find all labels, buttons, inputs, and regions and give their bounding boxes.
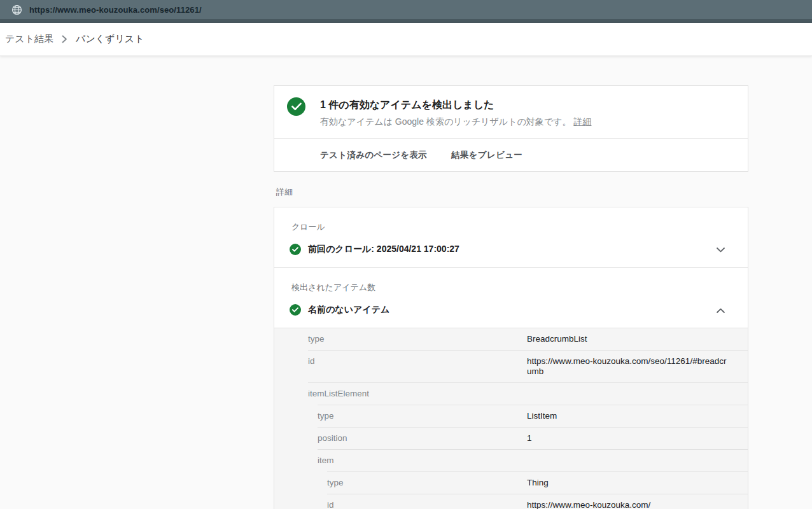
- detected-items-label: 検出されたアイテム数: [274, 282, 748, 293]
- property-key: id: [308, 356, 527, 377]
- property-row: idhttps://www.meo-kouzouka.com/: [327, 494, 748, 509]
- property-key: item: [318, 456, 527, 466]
- result-summary-main: 1 件の有効なアイテムを検出しました 有効なアイテムは Google 検索のリッ…: [274, 86, 748, 138]
- crawl-section-label: クロール: [274, 221, 748, 233]
- property-value: [527, 456, 748, 466]
- result-texts: 1 件の有効なアイテムを検出しました 有効なアイテムは Google 検索のリッ…: [320, 97, 592, 128]
- item-properties-table: typeBreadcrumbListidhttps://www.meo-kouz…: [274, 328, 748, 509]
- result-subtitle: 有効なアイテムは Google 検索のリッチリザルトの対象です。詳細: [320, 116, 592, 128]
- chevron-up-icon[interactable]: [717, 304, 725, 316]
- preview-results-button[interactable]: 結果をプレビュー: [451, 150, 522, 161]
- property-value: ListItem: [527, 411, 748, 421]
- browser-url-bar[interactable]: https://www.meo-kouzouka.com/seo/11261/: [0, 0, 812, 19]
- property-key: type: [318, 411, 527, 421]
- detected-items-section: 検出されたアイテム数 名前のないアイテム: [274, 268, 748, 328]
- property-group-row: itemListElement: [308, 382, 748, 405]
- crawl-status-text: 前回のクロール: 2025/04/21 17:00:27: [308, 244, 459, 255]
- globe-icon: [11, 4, 22, 15]
- chevron-down-icon[interactable]: [717, 244, 725, 255]
- property-row: position1: [318, 427, 748, 449]
- property-row: typeBreadcrumbList: [308, 328, 748, 350]
- details-card: クロール 前回のクロール: 2025/04/21 17:00:27 検出されたア…: [274, 207, 748, 509]
- view-tested-page-button[interactable]: テスト済みのページを表示: [320, 150, 427, 161]
- property-value: BreadcrumbList: [527, 334, 748, 344]
- main-content: 1 件の有効なアイテムを検出しました 有効なアイテムは Google 検索のリッ…: [0, 85, 812, 509]
- property-value: Thing: [527, 478, 748, 488]
- success-check-icon: [287, 97, 305, 116]
- property-key: type: [327, 478, 527, 488]
- item-success-check-icon: [290, 304, 301, 316]
- crawl-section: クロール 前回のクロール: 2025/04/21 17:00:27: [274, 207, 748, 268]
- chevron-right-icon: [62, 35, 67, 43]
- crawl-status-row[interactable]: 前回のクロール: 2025/04/21 17:00:27: [274, 233, 748, 267]
- property-row: typeThing: [327, 471, 748, 494]
- unnamed-item-text: 名前のないアイテム: [308, 304, 389, 316]
- detail-link[interactable]: 詳細: [574, 116, 592, 127]
- property-key: itemListElement: [308, 389, 527, 399]
- property-value: [527, 389, 748, 399]
- result-summary-card: 1 件の有効なアイテムを検出しました 有効なアイテムは Google 検索のリッ…: [274, 85, 748, 172]
- breadcrumb-test-results[interactable]: テスト結果: [5, 33, 53, 45]
- property-row: typeListItem: [318, 405, 748, 427]
- result-actions: テスト済みのページを表示 結果をプレビュー: [274, 138, 748, 171]
- property-value: 1: [527, 433, 748, 443]
- result-title: 1 件の有効なアイテムを検出しました: [320, 99, 592, 111]
- property-key: id: [327, 500, 527, 509]
- url-text[interactable]: https://www.meo-kouzouka.com/seo/11261/: [29, 5, 202, 15]
- property-group-row: item: [318, 449, 748, 471]
- property-value: https://www.meo-kouzouka.com/: [527, 500, 748, 509]
- property-row: idhttps://www.meo-kouzouka.com/seo/11261…: [308, 350, 748, 382]
- property-key: type: [308, 334, 527, 344]
- breadcrumb: テスト結果 パンくずリスト: [0, 23, 812, 56]
- result-subtitle-text: 有効なアイテムは Google 検索のリッチリザルトの対象です。: [320, 116, 571, 127]
- property-value: https://www.meo-kouzouka.com/seo/11261/#…: [527, 356, 748, 377]
- crawl-success-check-icon: [290, 244, 301, 255]
- unnamed-item-row[interactable]: 名前のないアイテム: [274, 293, 748, 328]
- property-key: position: [318, 433, 527, 443]
- breadcrumb-current-page: パンくずリスト: [76, 33, 144, 45]
- details-section-label: 詳細: [276, 186, 812, 198]
